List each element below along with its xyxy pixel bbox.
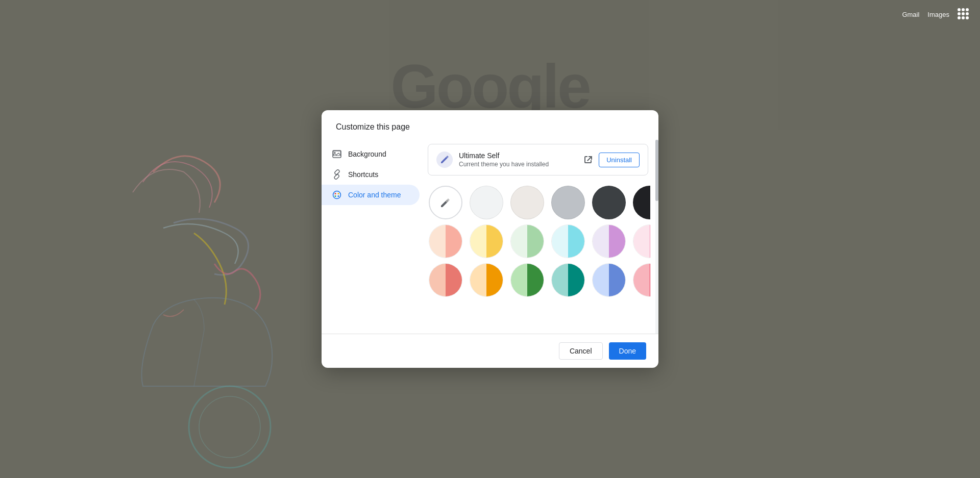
color-rose[interactable] [633,263,650,297]
scrollable-area[interactable]: Ultimate Self Current theme you have ins… [428,144,650,330]
color-teal[interactable] [551,263,585,297]
pencil-icon [439,155,450,165]
external-link-button[interactable] [581,153,595,166]
palette-icon [332,190,342,200]
scroll-thumb[interactable] [655,140,658,201]
color-peach[interactable] [429,224,462,258]
color-blue[interactable] [592,263,626,297]
scroll-track [655,140,658,334]
modal-title: Customize this page [322,110,658,140]
svg-point-8 [335,195,336,197]
svg-point-9 [338,195,339,197]
sidebar: Background Shortcuts [322,140,424,334]
theme-actions: Uninstall [581,153,640,167]
main-content: Ultimate Self Current theme you have ins… [424,140,658,334]
cancel-button[interactable]: Cancel [559,342,603,360]
svg-point-5 [333,191,341,199]
sidebar-item-background[interactable]: Background [322,144,420,164]
theme-info: Ultimate Self Current theme you have ins… [459,152,575,168]
color-yellow[interactable] [470,224,503,258]
pencil-draw-icon [438,195,453,210]
modal-body: Background Shortcuts [322,140,658,334]
svg-point-7 [338,193,339,194]
color-custom[interactable] [429,186,462,219]
theme-card: Ultimate Self Current theme you have ins… [428,144,648,175]
sidebar-item-color-and-theme[interactable]: Color and theme [322,185,420,205]
sidebar-shortcuts-label: Shortcuts [348,170,378,179]
color-dark-gray[interactable] [592,186,626,219]
modal-backdrop: Customize this page Background [0,0,980,478]
svg-point-4 [334,152,336,154]
color-sky[interactable] [551,224,585,258]
color-mint[interactable] [510,224,544,258]
uninstall-button[interactable]: Uninstall [599,153,640,167]
svg-point-6 [335,193,336,194]
theme-icon [436,152,453,168]
color-salmon[interactable] [429,263,462,297]
color-gray[interactable] [551,186,585,219]
theme-name: Ultimate Self [459,152,575,160]
done-button[interactable]: Done [609,342,646,360]
link-icon [332,169,342,180]
customize-modal: Customize this page Background [322,110,658,368]
color-orange[interactable] [470,263,503,297]
external-link-icon [583,155,593,164]
color-black[interactable] [633,186,650,219]
color-grid [428,184,648,299]
color-warm-gray[interactable] [510,186,544,219]
sidebar-item-shortcuts[interactable]: Shortcuts [322,164,420,185]
modal-footer: Cancel Done [322,334,658,368]
sidebar-background-label: Background [348,150,386,158]
color-pink[interactable] [633,224,650,258]
sidebar-color-label: Color and theme [348,191,401,199]
theme-subtitle: Current theme you have installed [459,161,575,168]
color-green[interactable] [510,263,544,297]
color-white[interactable] [470,186,503,219]
image-icon [332,149,342,159]
color-lavender[interactable] [592,224,626,258]
